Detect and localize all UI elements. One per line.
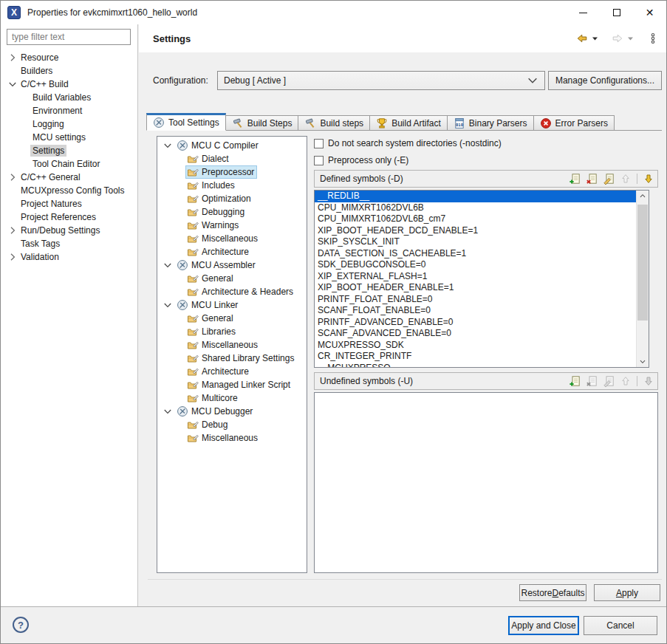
tool-tree-item-warnings[interactable]: Warnings (157, 219, 307, 232)
tool-tree-item-general-2[interactable]: General (157, 312, 307, 325)
checkbox-box[interactable] (314, 156, 324, 165)
sidebar-item-tool-chain-editor[interactable]: Tool Chain Editor (1, 157, 137, 171)
sidebar-item-mcuxpresso-config-tools[interactable]: MCUXpresso Config Tools (1, 184, 137, 197)
configuration-value: Debug [ Active ] (224, 75, 527, 86)
filter-input[interactable] (7, 29, 131, 45)
sidebar-item-build-variables[interactable]: Build Variables (1, 91, 137, 104)
delete-symbol-icon[interactable] (586, 173, 598, 185)
back-history-caret-icon[interactable] (592, 36, 598, 41)
minimize-button[interactable] (567, 1, 600, 24)
tool-tree-item-shared-library-settings[interactable]: Shared Library Settings (157, 352, 307, 365)
close-button[interactable]: ✕ (633, 1, 666, 24)
symbol-row[interactable]: __REDLIB__ (315, 191, 636, 202)
sidebar-item-c-c-build[interactable]: C/C++ Build (1, 78, 137, 91)
chevron-right-icon[interactable] (7, 52, 18, 64)
tool-tree-item-debugging[interactable]: Debugging (157, 205, 307, 219)
tool-tree-item-optimization[interactable]: Optimization (157, 192, 307, 205)
chevron-right-icon[interactable] (7, 251, 18, 263)
cancel-button[interactable]: Cancel (584, 616, 657, 635)
symbol-row[interactable]: SCANF_ADVANCED_ENABLE=0 (315, 328, 636, 340)
undefined-symbols-list[interactable] (314, 392, 658, 573)
tool-tree-item-mcu-c-compiler[interactable]: MCU C Compiler (157, 139, 307, 152)
tool-tree-item-miscellaneous[interactable]: Miscellaneous (157, 232, 307, 245)
scroll-down-icon[interactable] (637, 356, 649, 367)
sidebar-item-run-debug-settings[interactable]: Run/Debug Settings (1, 224, 137, 237)
tab-item-tool-settings[interactable]: Tool Settings (146, 113, 226, 131)
view-menu-icon[interactable] (647, 32, 659, 44)
chevron-down-icon[interactable] (7, 78, 18, 90)
configuration-dropdown[interactable]: Debug [ Active ] (217, 71, 545, 90)
tab-item-build-steps-2[interactable]: Build steps (298, 115, 370, 131)
chevron-down-icon[interactable] (162, 405, 174, 417)
nostdinc-checkbox[interactable]: Do not search system directories (-nostd… (314, 138, 502, 148)
symbol-row[interactable]: SCANF_FLOAT_ENABLE=0 (315, 305, 636, 317)
preprocess-only-checkbox[interactable]: Preprocess only (-E) (314, 155, 408, 165)
symbol-row[interactable]: PRINTF_ADVANCED_ENABLE=0 (315, 317, 636, 329)
symbol-row[interactable]: CR_INTEGER_PRINTF (315, 351, 636, 363)
tool-tree-item-libraries[interactable]: Libraries (157, 325, 307, 338)
tool-tree-item-managed-linker-script[interactable]: Managed Linker Script (157, 378, 307, 391)
sidebar-item-project-references[interactable]: Project References (1, 210, 137, 224)
symbol-row[interactable]: XIP_BOOT_HEADER_ENABLE=1 (315, 282, 636, 294)
tool-tree-item-preprocessor[interactable]: Preprocessor (157, 165, 307, 179)
back-icon[interactable] (576, 32, 588, 44)
tool-tree-item-mcu-linker[interactable]: MCU Linker (157, 298, 307, 312)
scroll-up-icon[interactable] (637, 191, 649, 202)
symbol-row[interactable]: SKIP_SYSCLK_INIT (315, 236, 636, 248)
sidebar-item-settings[interactable]: Settings (1, 144, 137, 157)
tool-tree-item-includes[interactable]: Includes (157, 179, 307, 192)
apply-button[interactable]: Apply (594, 584, 660, 601)
tab-item-build-steps[interactable]: Build Steps (225, 115, 299, 131)
chevron-down-icon[interactable] (162, 299, 174, 311)
symbol-row[interactable]: XIP_EXTERNAL_FLASH=1 (315, 271, 636, 283)
sidebar-item-logging[interactable]: Logging (1, 117, 137, 131)
sidebar-item-environment[interactable]: Environment (1, 104, 137, 117)
checkbox-box[interactable] (314, 139, 324, 148)
chevron-right-icon[interactable] (7, 225, 18, 236)
tool-tree-item-architecture-headers[interactable]: Architecture & Headers (157, 285, 307, 298)
add-symbol-icon[interactable] (569, 375, 581, 387)
manage-configurations-button[interactable]: Manage Configurations... (548, 71, 662, 90)
maximize-button[interactable] (600, 1, 633, 24)
tab-item-binary-parsers[interactable]: 010Binary Parsers (447, 115, 534, 131)
symbol-row[interactable]: CPU_MIMXRT1062DVL6B_cm7 (315, 213, 636, 225)
sidebar-item-c-c-general[interactable]: C/C++ General (1, 171, 137, 184)
sidebar-item-builders[interactable]: Builders (1, 64, 137, 78)
tool-tree-item-architecture[interactable]: Architecture (157, 245, 307, 258)
tool-tree-item-dialect[interactable]: Dialect (157, 152, 307, 165)
add-symbol-icon[interactable] (569, 173, 581, 185)
tool-tree-item-miscellaneous-2[interactable]: Miscellaneous (157, 338, 307, 352)
help-button[interactable]: ? (13, 617, 29, 633)
tool-tree-item-miscellaneous-3[interactable]: Miscellaneous (157, 431, 307, 445)
symbol-row[interactable]: DATA_SECTION_IS_CACHEABLE=1 (315, 248, 636, 260)
tab-item-build-artifact[interactable]: Build Artifact (369, 115, 448, 131)
sidebar-item-validation[interactable]: Validation (1, 250, 137, 264)
chevron-down-icon[interactable] (162, 140, 174, 151)
symbol-row[interactable]: MCUXPRESSO_SDK (315, 340, 636, 352)
move-down-icon[interactable] (643, 173, 654, 185)
tool-tree-item-general[interactable]: General (157, 272, 307, 285)
defined-symbols-scrollbar[interactable] (636, 191, 649, 367)
sidebar-item-resource[interactable]: Resource (1, 51, 137, 64)
symbol-row[interactable]: XIP_BOOT_HEADER_DCD_ENABLE=1 (315, 225, 636, 237)
tool-tree-item-mcu-assembler[interactable]: MCU Assembler (157, 258, 307, 272)
tab-item-error-parsers[interactable]: Error Parsers (533, 115, 615, 131)
sidebar-item-project-natures[interactable]: Project Natures (1, 197, 137, 210)
tool-tree-item-architecture-2[interactable]: Architecture (157, 365, 307, 378)
symbol-row[interactable]: PRINTF_FLOAT_ENABLE=0 (315, 294, 636, 306)
chevron-right-icon[interactable] (7, 171, 18, 183)
chevron-down-icon[interactable] (162, 259, 174, 271)
symbol-row[interactable]: CPU_MIMXRT1062DVL6B (315, 202, 636, 214)
tool-tree-item-debug[interactable]: Debug (157, 418, 307, 431)
sidebar-item-mcu-settings[interactable]: MCU settings (1, 131, 137, 144)
sidebar-item-task-tags[interactable]: Task Tags (1, 237, 137, 250)
restore-defaults-button[interactable]: Restore Defaults (519, 584, 586, 601)
edit-symbol-icon[interactable] (603, 173, 615, 185)
scrollbar-thumb[interactable] (637, 205, 648, 321)
tool-tree-item-mcu-debugger[interactable]: MCU Debugger (157, 405, 307, 418)
symbol-row[interactable]: __MCUXPRESSO (315, 363, 636, 369)
tab-bar: Tool SettingsBuild StepsBuild stepsBuild… (146, 113, 615, 131)
tool-tree-item-multicore[interactable]: Multicore (157, 391, 307, 405)
apply-and-close-button[interactable]: Apply and Close (508, 616, 579, 635)
symbol-row[interactable]: SDK_DEBUGCONSOLE=0 (315, 259, 636, 271)
